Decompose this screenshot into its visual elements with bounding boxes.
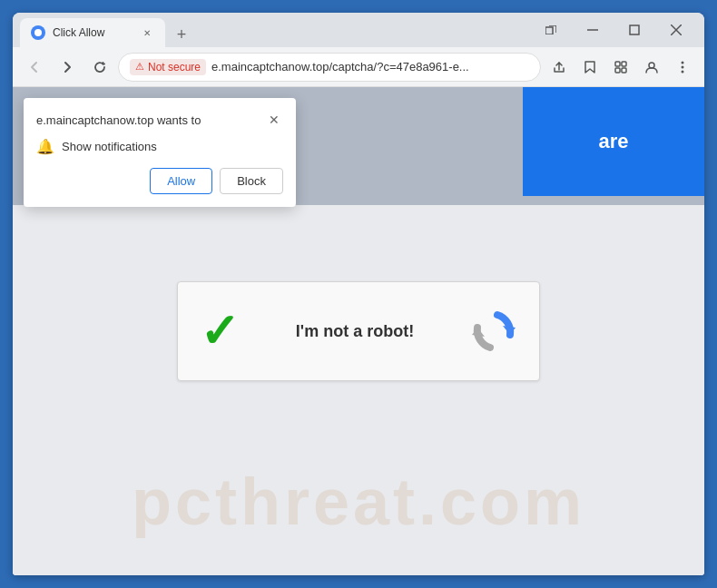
toolbar-actions [545, 53, 697, 82]
svg-point-14 [682, 70, 684, 73]
blue-banner: are [523, 87, 704, 196]
back-button[interactable] [20, 53, 49, 82]
tab-favicon [31, 25, 45, 40]
blue-banner-text: are [598, 130, 628, 153]
extensions-button[interactable] [606, 53, 635, 82]
svg-rect-7 [615, 62, 620, 66]
profile-button[interactable] [637, 53, 666, 82]
restore-down-button[interactable] [530, 13, 572, 47]
page-content: are pcthreat.com ✓ I'm not a robot! [13, 87, 704, 575]
popup-close-button[interactable]: ✕ [265, 111, 283, 129]
refresh-button[interactable] [85, 53, 114, 82]
svg-point-13 [682, 65, 684, 68]
window-controls [530, 13, 697, 47]
svg-rect-9 [615, 68, 620, 73]
notification-popup: e.maincaptchanow.top wants to ✕ 🔔 Show n… [24, 98, 296, 207]
recaptcha-logo [470, 308, 517, 355]
browser-window: Click Allow ✕ + [13, 13, 704, 575]
allow-button[interactable]: Allow [150, 168, 212, 194]
title-bar: Click Allow ✕ + [13, 13, 704, 47]
toolbar: ⚠ Not secure e.maincaptchanow.top/captch… [13, 47, 704, 87]
popup-notification-text: Show notifications [62, 140, 157, 153]
url-display: e.maincaptchanow.top/captcha/?c=47e8a961… [211, 60, 529, 74]
popup-title: e.maincaptchanow.top wants to [36, 113, 201, 127]
not-secure-indicator: ⚠ Not secure [130, 59, 206, 75]
popup-buttons: Allow Block [36, 168, 283, 194]
recaptcha-icon [470, 308, 517, 355]
block-button[interactable]: Block [220, 168, 283, 194]
svg-marker-6 [585, 62, 594, 73]
captcha-label: I'm not a robot! [258, 322, 452, 341]
share-button[interactable] [545, 53, 574, 82]
popup-body: 🔔 Show notifications Allow Block [24, 134, 296, 207]
address-bar[interactable]: ⚠ Not secure e.maincaptchanow.top/captch… [118, 53, 541, 82]
close-window-button[interactable] [655, 13, 697, 47]
not-secure-label: Not secure [148, 61, 201, 74]
svg-rect-8 [622, 62, 626, 66]
warning-icon: ⚠ [135, 61, 144, 73]
watermark: pcthreat.com [132, 465, 585, 539]
tab-close-button[interactable]: ✕ [140, 25, 154, 40]
svg-rect-0 [545, 27, 553, 34]
popup-notification-row: 🔔 Show notifications [36, 138, 283, 155]
tab-area: Click Allow ✕ + [20, 13, 523, 47]
svg-rect-10 [622, 68, 626, 73]
page-background: are pcthreat.com ✓ I'm not a robot! [13, 87, 704, 575]
checkmark-icon: ✓ [200, 308, 240, 355]
captcha-box: ✓ I'm not a robot! [177, 281, 540, 381]
minimize-button[interactable] [572, 13, 614, 47]
svg-rect-2 [630, 25, 639, 34]
bell-icon: 🔔 [36, 138, 54, 155]
new-tab-button[interactable]: + [169, 22, 194, 47]
maximize-button[interactable] [614, 13, 655, 47]
popup-header: e.maincaptchanow.top wants to ✕ [24, 98, 296, 134]
forward-button[interactable] [53, 53, 82, 82]
active-tab[interactable]: Click Allow ✕ [20, 18, 165, 47]
svg-point-12 [682, 61, 684, 64]
tab-title: Click Allow [53, 26, 133, 39]
bookmark-button[interactable] [575, 53, 604, 82]
menu-button[interactable] [668, 53, 697, 82]
svg-point-11 [649, 63, 654, 68]
